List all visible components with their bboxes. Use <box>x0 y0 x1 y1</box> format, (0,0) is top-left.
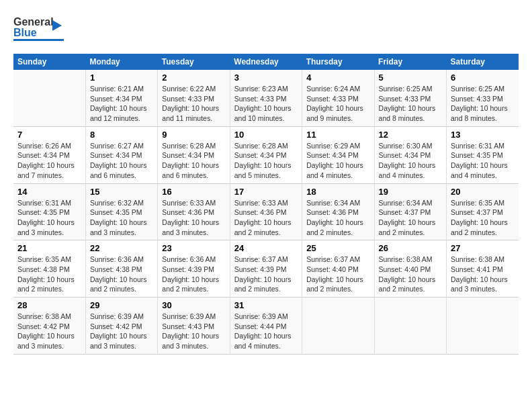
day-number: 12 <box>379 130 442 140</box>
day-info: Sunrise: 6:29 AM Sunset: 4:34 PM Dayligh… <box>306 141 369 181</box>
header-monday: Monday <box>85 54 157 70</box>
calendar-cell: 4Sunrise: 6:24 AM Sunset: 4:33 PM Daylig… <box>302 70 374 126</box>
calendar-header-row: SundayMondayTuesdayWednesdayThursdayFrid… <box>13 54 519 70</box>
day-number: 25 <box>306 243 369 253</box>
calendar-cell: 22Sunrise: 6:36 AM Sunset: 4:38 PM Dayli… <box>85 240 157 298</box>
day-number: 6 <box>451 73 515 83</box>
day-info: Sunrise: 6:33 AM Sunset: 4:36 PM Dayligh… <box>234 198 298 238</box>
svg-text:General: General <box>13 16 54 28</box>
calendar-cell: 8Sunrise: 6:27 AM Sunset: 4:34 PM Daylig… <box>85 126 157 183</box>
day-info: Sunrise: 6:36 AM Sunset: 4:39 PM Dayligh… <box>162 255 225 294</box>
calendar-cell: 31Sunrise: 6:39 AM Sunset: 4:44 PM Dayli… <box>230 298 302 355</box>
day-info: Sunrise: 6:28 AM Sunset: 4:34 PM Dayligh… <box>234 141 298 181</box>
calendar-cell <box>374 298 446 355</box>
day-info: Sunrise: 6:31 AM Sunset: 4:35 PM Dayligh… <box>17 198 81 238</box>
day-number: 4 <box>306 73 369 83</box>
header-friday: Friday <box>374 54 446 70</box>
day-info: Sunrise: 6:32 AM Sunset: 4:35 PM Dayligh… <box>90 198 153 238</box>
day-number: 1 <box>90 73 153 83</box>
calendar-cell: 21Sunrise: 6:35 AM Sunset: 4:38 PM Dayli… <box>13 240 85 298</box>
day-number: 13 <box>451 130 515 140</box>
day-number: 24 <box>234 243 298 253</box>
day-number: 2 <box>162 73 225 83</box>
calendar-cell: 24Sunrise: 6:37 AM Sunset: 4:39 PM Dayli… <box>230 240 302 298</box>
day-number: 5 <box>379 73 442 83</box>
calendar-week-row: 21Sunrise: 6:35 AM Sunset: 4:38 PM Dayli… <box>13 240 519 298</box>
calendar-cell: 17Sunrise: 6:33 AM Sunset: 4:36 PM Dayli… <box>230 183 302 240</box>
day-info: Sunrise: 6:38 AM Sunset: 4:41 PM Dayligh… <box>451 255 515 294</box>
logo: GeneralBlue <box>13 13 67 47</box>
day-info: Sunrise: 6:26 AM Sunset: 4:34 PM Dayligh… <box>17 141 81 181</box>
day-info: Sunrise: 6:39 AM Sunset: 4:43 PM Dayligh… <box>162 312 225 351</box>
calendar-cell: 6Sunrise: 6:25 AM Sunset: 4:33 PM Daylig… <box>447 70 519 126</box>
day-number: 15 <box>90 187 153 197</box>
svg-text:Blue: Blue <box>13 27 37 38</box>
day-info: Sunrise: 6:30 AM Sunset: 4:34 PM Dayligh… <box>379 141 442 181</box>
day-number: 19 <box>379 187 442 197</box>
day-info: Sunrise: 6:28 AM Sunset: 4:34 PM Dayligh… <box>162 141 225 181</box>
header-saturday: Saturday <box>447 54 519 70</box>
day-info: Sunrise: 6:39 AM Sunset: 4:42 PM Dayligh… <box>90 312 153 351</box>
day-info: Sunrise: 6:34 AM Sunset: 4:37 PM Dayligh… <box>379 198 442 238</box>
svg-rect-3 <box>13 39 64 41</box>
day-number: 22 <box>90 243 153 253</box>
header-thursday: Thursday <box>302 54 374 70</box>
page-header: GeneralBlue <box>13 13 519 47</box>
day-number: 11 <box>306 130 369 140</box>
calendar-cell: 11Sunrise: 6:29 AM Sunset: 4:34 PM Dayli… <box>302 126 374 183</box>
day-info: Sunrise: 6:38 AM Sunset: 4:40 PM Dayligh… <box>379 255 442 294</box>
calendar-cell: 3Sunrise: 6:23 AM Sunset: 4:33 PM Daylig… <box>230 70 302 126</box>
calendar-cell: 27Sunrise: 6:38 AM Sunset: 4:41 PM Dayli… <box>447 240 519 298</box>
day-number: 17 <box>234 187 298 197</box>
day-number: 29 <box>90 300 153 310</box>
calendar-table: SundayMondayTuesdayWednesdayThursdayFrid… <box>13 54 519 355</box>
day-info: Sunrise: 6:39 AM Sunset: 4:44 PM Dayligh… <box>234 312 298 351</box>
day-number: 8 <box>90 130 153 140</box>
header-tuesday: Tuesday <box>158 54 230 70</box>
calendar-cell: 25Sunrise: 6:37 AM Sunset: 4:40 PM Dayli… <box>302 240 374 298</box>
calendar-week-row: 14Sunrise: 6:31 AM Sunset: 4:35 PM Dayli… <box>13 183 519 240</box>
calendar-cell: 5Sunrise: 6:25 AM Sunset: 4:33 PM Daylig… <box>374 70 446 126</box>
day-number: 14 <box>17 187 81 197</box>
day-info: Sunrise: 6:35 AM Sunset: 4:38 PM Dayligh… <box>17 255 81 294</box>
calendar-cell: 7Sunrise: 6:26 AM Sunset: 4:34 PM Daylig… <box>13 126 85 183</box>
day-info: Sunrise: 6:37 AM Sunset: 4:39 PM Dayligh… <box>234 255 298 294</box>
calendar-cell: 1Sunrise: 6:21 AM Sunset: 4:34 PM Daylig… <box>85 70 157 126</box>
calendar-cell <box>13 70 85 126</box>
calendar-cell: 2Sunrise: 6:22 AM Sunset: 4:33 PM Daylig… <box>158 70 230 126</box>
calendar-cell: 23Sunrise: 6:36 AM Sunset: 4:39 PM Dayli… <box>158 240 230 298</box>
calendar-week-row: 28Sunrise: 6:38 AM Sunset: 4:42 PM Dayli… <box>13 298 519 355</box>
day-number: 3 <box>234 73 298 83</box>
svg-marker-2 <box>52 20 62 31</box>
day-number: 23 <box>162 243 225 253</box>
calendar-cell: 12Sunrise: 6:30 AM Sunset: 4:34 PM Dayli… <box>374 126 446 183</box>
day-number: 30 <box>162 300 225 310</box>
calendar-cell: 18Sunrise: 6:34 AM Sunset: 4:36 PM Dayli… <box>302 183 374 240</box>
day-info: Sunrise: 6:23 AM Sunset: 4:33 PM Dayligh… <box>234 84 298 124</box>
calendar-cell: 29Sunrise: 6:39 AM Sunset: 4:42 PM Dayli… <box>85 298 157 355</box>
day-info: Sunrise: 6:27 AM Sunset: 4:34 PM Dayligh… <box>90 141 153 181</box>
calendar-cell: 26Sunrise: 6:38 AM Sunset: 4:40 PM Dayli… <box>374 240 446 298</box>
day-number: 21 <box>17 243 81 253</box>
day-info: Sunrise: 6:21 AM Sunset: 4:34 PM Dayligh… <box>90 84 153 124</box>
logo-svg: GeneralBlue <box>13 13 67 47</box>
day-number: 10 <box>234 130 298 140</box>
day-info: Sunrise: 6:36 AM Sunset: 4:38 PM Dayligh… <box>90 255 153 294</box>
day-info: Sunrise: 6:33 AM Sunset: 4:36 PM Dayligh… <box>162 198 225 238</box>
day-info: Sunrise: 6:25 AM Sunset: 4:33 PM Dayligh… <box>451 84 515 124</box>
calendar-week-row: 7Sunrise: 6:26 AM Sunset: 4:34 PM Daylig… <box>13 126 519 183</box>
calendar-cell: 30Sunrise: 6:39 AM Sunset: 4:43 PM Dayli… <box>158 298 230 355</box>
calendar-cell <box>302 298 374 355</box>
day-number: 26 <box>379 243 442 253</box>
day-number: 20 <box>451 187 515 197</box>
calendar-cell: 13Sunrise: 6:31 AM Sunset: 4:35 PM Dayli… <box>447 126 519 183</box>
calendar-cell: 20Sunrise: 6:35 AM Sunset: 4:37 PM Dayli… <box>447 183 519 240</box>
day-info: Sunrise: 6:37 AM Sunset: 4:40 PM Dayligh… <box>306 255 369 294</box>
day-info: Sunrise: 6:34 AM Sunset: 4:36 PM Dayligh… <box>306 198 369 238</box>
day-number: 9 <box>162 130 225 140</box>
calendar-cell: 15Sunrise: 6:32 AM Sunset: 4:35 PM Dayli… <box>85 183 157 240</box>
day-number: 16 <box>162 187 225 197</box>
calendar-cell: 16Sunrise: 6:33 AM Sunset: 4:36 PM Dayli… <box>158 183 230 240</box>
day-number: 7 <box>17 130 81 140</box>
calendar-cell: 10Sunrise: 6:28 AM Sunset: 4:34 PM Dayli… <box>230 126 302 183</box>
